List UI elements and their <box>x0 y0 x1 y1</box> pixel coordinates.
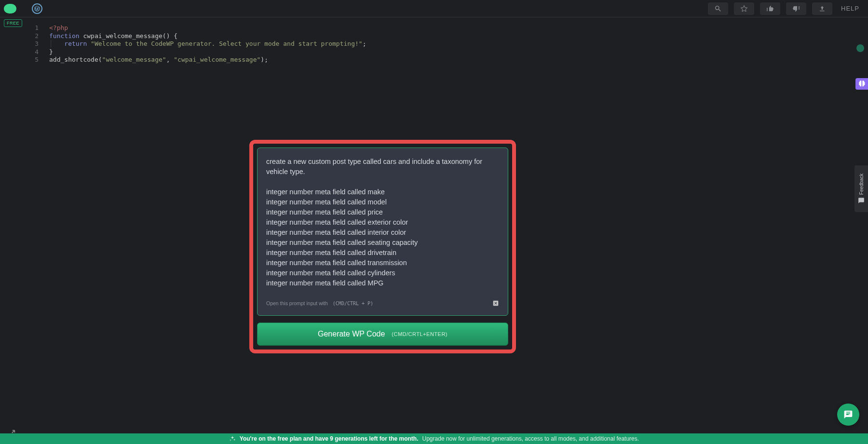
generate-button[interactable]: Generate WP Code (CMD/CRTL+ENTER) <box>257 323 508 346</box>
plan-badge: FREE <box>4 19 22 27</box>
prompt-hint-kbd: (CMD/CTRL + P) <box>333 301 373 306</box>
line-gutter: 1 2 3 4 5 <box>24 24 43 64</box>
banner-rest-text: Upgrade now for unlimited generations, a… <box>422 435 639 442</box>
star-button[interactable] <box>734 2 754 15</box>
banner-bold-text: You're on the free plan and have 9 gener… <box>240 435 419 442</box>
app-logo[interactable] <box>4 4 16 13</box>
search-button[interactable] <box>708 2 728 15</box>
prompt-panel-highlight: create a new custom post type called car… <box>249 140 516 353</box>
upgrade-banner[interactable]: You're on the free plan and have 9 gener… <box>0 433 868 444</box>
code-content[interactable]: <?php function cwpai_welcome_message() {… <box>49 24 366 64</box>
prompt-input[interactable]: create a new custom post type called car… <box>266 157 499 288</box>
feedback-label: Feedback <box>859 174 864 195</box>
download-button[interactable] <box>812 2 832 15</box>
prompt-hint: Open this prompt input with <box>266 300 328 306</box>
feedback-tab[interactable]: Feedback <box>854 165 868 212</box>
help-link[interactable]: HELP <box>838 5 862 12</box>
wordpress-icon[interactable] <box>32 3 42 14</box>
close-icon[interactable] <box>492 300 499 307</box>
topbar: HELP <box>0 0 868 17</box>
sparkle-icon <box>229 435 236 442</box>
chat-icon <box>843 410 853 419</box>
feedback-icon <box>858 197 865 204</box>
chat-fab[interactable] <box>837 404 859 426</box>
thumbs-up-button[interactable] <box>760 2 780 15</box>
presence-avatar <box>856 44 864 52</box>
prompt-box: create a new custom post type called car… <box>257 148 508 316</box>
thumbs-down-button[interactable] <box>786 2 806 15</box>
ai-brain-tab[interactable] <box>855 78 868 90</box>
